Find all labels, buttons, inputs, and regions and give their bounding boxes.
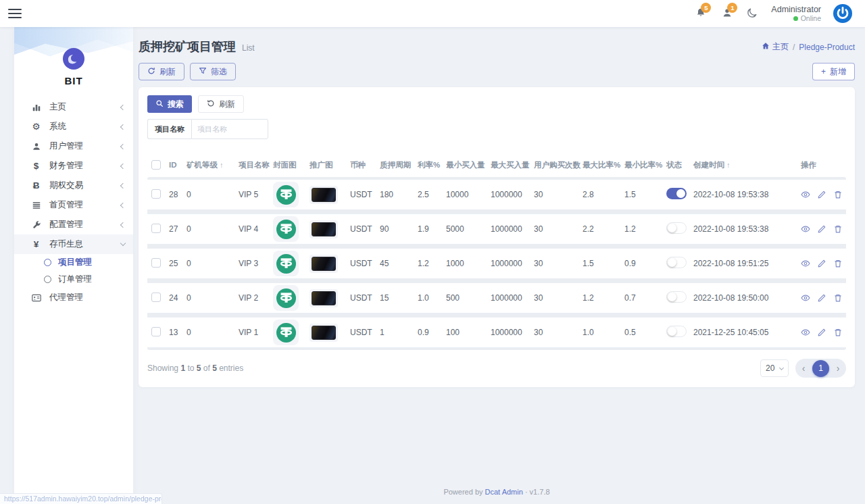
delete-trash-icon[interactable] [833, 293, 843, 303]
plus-icon: + [821, 67, 826, 76]
dark-card-image [312, 188, 336, 202]
promo-image[interactable] [310, 255, 338, 273]
edit-pencil-icon[interactable] [817, 293, 826, 303]
status-toggle[interactable] [666, 326, 687, 337]
col-label: 最大买入量 [491, 160, 530, 170]
status-toggle[interactable] [666, 188, 687, 199]
status-toggle[interactable] [666, 222, 687, 234]
promo-image[interactable] [310, 220, 338, 238]
tether-logo[interactable] [273, 251, 299, 276]
cell-min_buy: 500 [446, 293, 491, 303]
prev-page-button[interactable]: ‹ [799, 363, 808, 374]
status-toggle[interactable] [666, 291, 687, 303]
power-icon [833, 14, 853, 26]
filter-button[interactable]: 筛选 [190, 63, 236, 80]
delete-trash-icon[interactable] [833, 190, 843, 199]
project-name-input[interactable] [191, 119, 268, 139]
col-label: 最大比率% [583, 160, 620, 170]
tether-logo[interactable] [273, 216, 299, 242]
sidebar-item-users[interactable]: 用户管理 [14, 136, 133, 156]
edit-pencil-icon[interactable] [817, 328, 826, 337]
brand: BIT [14, 47, 133, 86]
current-page-button[interactable]: 1 [812, 360, 829, 377]
chevron-left-icon [120, 182, 126, 188]
reset-button[interactable]: 刷新 [198, 95, 244, 113]
delete-trash-icon[interactable] [833, 259, 843, 268]
view-eye-icon[interactable] [801, 190, 810, 199]
dcat-admin-link[interactable]: Dcat Admin [485, 488, 523, 496]
page-size-select[interactable]: 20 [760, 359, 789, 377]
col-header-created_at[interactable]: 创建时间↑ [693, 160, 777, 170]
cell-coin: USDT [350, 259, 380, 268]
row-checkbox[interactable] [151, 224, 161, 233]
next-page-button[interactable]: › [834, 363, 842, 374]
col-label: 最小比率% [624, 160, 662, 170]
home-icon [762, 42, 770, 52]
refresh-button[interactable]: 刷新 [139, 63, 184, 80]
tether-logo[interactable] [273, 285, 299, 311]
dcat-logo[interactable] [833, 3, 853, 24]
cell-buy_count: 30 [534, 259, 583, 268]
row-checkbox[interactable] [151, 327, 161, 336]
cell-min_buy: 1000 [446, 259, 491, 268]
table-body: 280VIP 5USDT1802.5100001000000302.81.520… [147, 177, 846, 350]
select-all-checkbox[interactable] [151, 160, 161, 170]
sidebar-item-agents[interactable]: 代理管理 [14, 288, 133, 307]
breadcrumb-separator: / [793, 43, 795, 52]
cell-max_ratio: 1.5 [583, 259, 624, 268]
edit-pencil-icon[interactable] [817, 259, 826, 268]
status-toggle[interactable] [666, 257, 687, 268]
row-actions [777, 328, 846, 337]
table-row: 250VIP 3USDT451.210001000000301.50.92022… [147, 249, 846, 278]
row-checkbox[interactable] [151, 189, 161, 199]
user-menu[interactable]: Administrator Online [771, 5, 821, 22]
col-label: 封面图 [273, 160, 297, 170]
edit-pencil-icon[interactable] [817, 190, 826, 199]
dark-mode-toggle[interactable] [746, 7, 760, 20]
cell-miner_level: 0 [187, 293, 239, 303]
bell-badge: 5 [701, 3, 711, 13]
breadcrumb-home-link[interactable]: 主页 [762, 41, 789, 53]
cell-period: 180 [380, 190, 418, 199]
delete-trash-icon[interactable] [833, 328, 843, 337]
sidebar-item-deposit[interactable]: ¥存币生息 [14, 234, 133, 254]
notification-bell[interactable]: 5 [693, 6, 708, 21]
view-eye-icon[interactable] [801, 224, 810, 234]
sidebar-subitem-projects[interactable]: 项目管理 [14, 254, 133, 271]
promo-image[interactable] [310, 186, 338, 204]
promo-image[interactable] [310, 289, 338, 307]
sidebar-item-homepage[interactable]: 首页管理 [14, 195, 133, 215]
entries-summary: Showing 1 to 5 of 5 entries [147, 363, 243, 373]
row-select-cell [147, 189, 169, 201]
sidebar-item-options[interactable]: Ƀ期权交易 [14, 176, 133, 195]
col-header-miner_level[interactable]: 矿机等级↑ [187, 160, 239, 170]
add-button[interactable]: + 新增 [812, 63, 855, 80]
dark-card-image [312, 326, 336, 340]
cell-promo [310, 255, 350, 273]
search-button[interactable]: 搜索 [147, 95, 192, 113]
cell-promo [310, 220, 350, 238]
edit-pencil-icon[interactable] [817, 224, 826, 234]
view-eye-icon[interactable] [801, 293, 810, 303]
cell-max_buy: 1000000 [491, 259, 534, 268]
hamburger-menu-icon[interactable] [8, 9, 22, 18]
users-icon [30, 141, 42, 152]
tether-logo[interactable] [273, 320, 299, 345]
cell-rate: 0.9 [418, 328, 446, 337]
view-eye-icon[interactable] [801, 259, 810, 268]
row-checkbox[interactable] [151, 293, 161, 302]
sidebar-item-config[interactable]: 配置管理 [14, 215, 133, 234]
delete-trash-icon[interactable] [833, 224, 843, 234]
sidebar-item-home[interactable]: 主页 [14, 97, 133, 117]
sidebar-subitem-label: 项目管理 [58, 257, 92, 268]
notification-user[interactable]: 1 [720, 6, 735, 21]
view-eye-icon[interactable] [801, 328, 810, 337]
sidebar-item-finance[interactable]: $财务管理 [14, 156, 133, 176]
cell-period: 1 [380, 328, 418, 337]
promo-image[interactable] [310, 324, 338, 342]
sidebar-item-system[interactable]: ⚙系统 [14, 117, 133, 136]
sidebar-subitem-orders[interactable]: 订单管理 [14, 271, 133, 288]
cell-rate: 2.5 [418, 190, 446, 199]
tether-logo[interactable] [273, 182, 299, 207]
row-checkbox[interactable] [151, 258, 161, 268]
